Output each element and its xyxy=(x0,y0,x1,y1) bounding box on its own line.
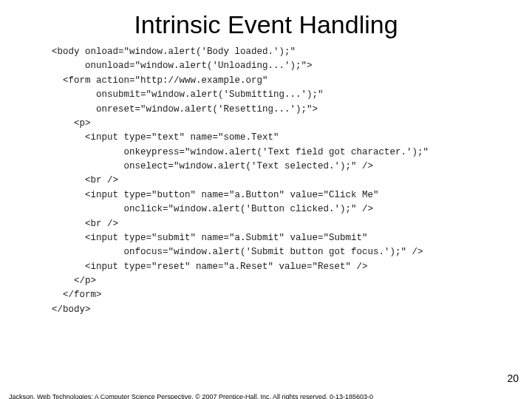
slide-title: Intrinsic Event Handling xyxy=(0,10,532,39)
footer-text: Jackson, Web Technologies: A Computer Sc… xyxy=(9,393,373,399)
page-number: 20 xyxy=(507,372,519,384)
slide: Intrinsic Event Handling <body onload="w… xyxy=(0,10,532,399)
code-example: <body onload="window.alert('Body loaded.… xyxy=(52,45,532,317)
